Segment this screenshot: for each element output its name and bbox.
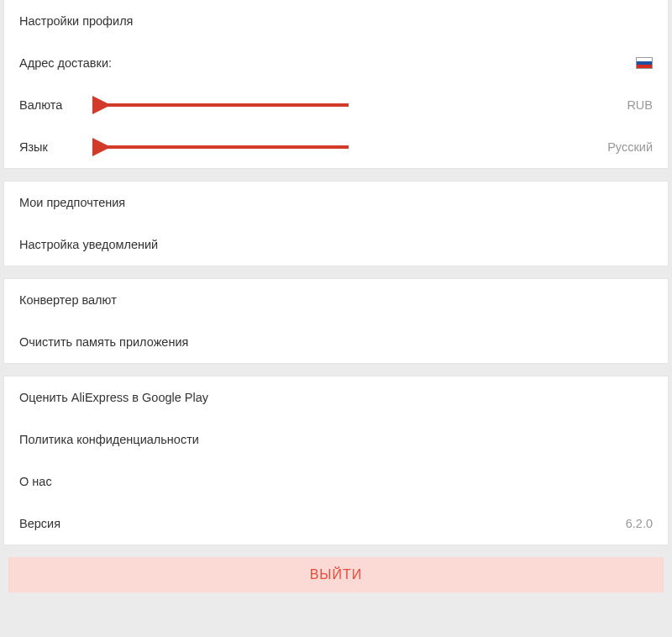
tools-section: Конвертер валют Очистить память приложен… xyxy=(3,278,669,364)
logout-container: ВЫЙТИ xyxy=(0,545,672,592)
currency-converter-label: Конвертер валют xyxy=(19,293,117,307)
row-version: Версия 6.2.0 xyxy=(4,503,668,545)
row-currency-converter[interactable]: Конвертер валют xyxy=(4,279,668,321)
arrow-annotation-icon xyxy=(92,138,353,156)
row-notification-settings[interactable]: Настройка уведомлений xyxy=(4,224,668,266)
profile-section: Настройки профиля Адрес доставки: Валюта… xyxy=(3,0,669,169)
row-my-preferences[interactable]: Мои предпочтения xyxy=(4,182,668,224)
row-currency[interactable]: Валюта RUB xyxy=(4,84,668,126)
version-value: 6.2.0 xyxy=(626,517,653,530)
language-label: Язык xyxy=(19,140,48,154)
shipping-address-label: Адрес доставки: xyxy=(19,56,112,70)
row-privacy-policy[interactable]: Политика конфиденциальности xyxy=(4,419,668,461)
row-rate-app[interactable]: Оценить AliExpress в Google Play xyxy=(4,376,668,419)
about-us-label: О нас xyxy=(19,475,52,488)
language-value: Русский xyxy=(607,140,653,154)
preferences-section: Мои предпочтения Настройка уведомлений xyxy=(3,181,669,266)
row-shipping-address[interactable]: Адрес доставки: xyxy=(4,42,668,84)
currency-value: RUB xyxy=(627,98,653,112)
flag-ru-icon xyxy=(636,57,653,69)
logout-button[interactable]: ВЫЙТИ xyxy=(8,557,664,592)
clear-memory-label: Очистить память приложения xyxy=(19,335,188,349)
notification-settings-label: Настройка уведомлений xyxy=(19,238,158,251)
version-label: Версия xyxy=(19,517,60,530)
row-clear-memory[interactable]: Очистить память приложения xyxy=(4,321,668,363)
profile-settings-label: Настройки профиля xyxy=(19,14,133,28)
currency-label: Валюта xyxy=(19,98,62,112)
row-language[interactable]: Язык Русский xyxy=(4,126,668,168)
info-section: Оценить AliExpress в Google Play Политик… xyxy=(3,376,669,545)
arrow-annotation-icon xyxy=(92,96,353,114)
privacy-policy-label: Политика конфиденциальности xyxy=(19,433,199,446)
rate-app-label: Оценить AliExpress в Google Play xyxy=(19,391,208,404)
my-preferences-label: Мои предпочтения xyxy=(19,196,125,209)
row-profile-settings[interactable]: Настройки профиля xyxy=(4,0,668,42)
row-about-us[interactable]: О нас xyxy=(4,461,668,503)
